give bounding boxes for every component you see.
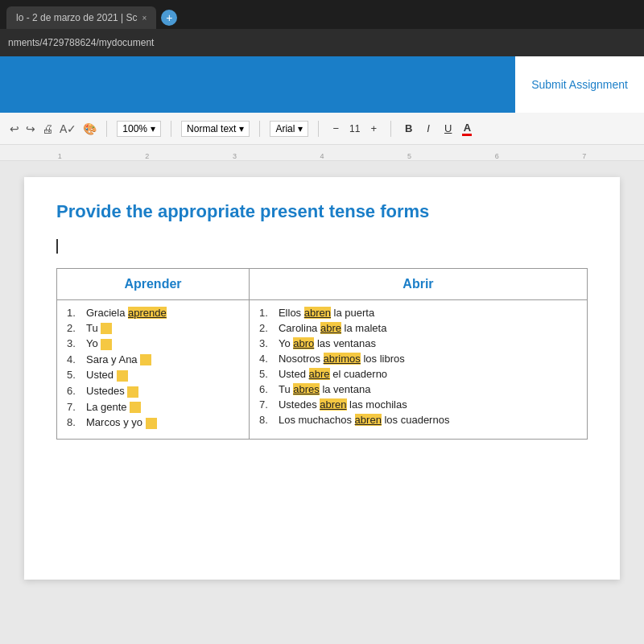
address-bar[interactable]: nments/4729788624/mydocument [8, 37, 154, 48]
new-tab-button[interactable]: + [161, 10, 177, 26]
ruler-mark: 3 [191, 152, 279, 160]
list-item: 2. Tu [67, 322, 239, 335]
plus-icon: + [166, 11, 172, 24]
bold-button[interactable]: B [401, 121, 416, 136]
ruler-mark: 5 [365, 152, 453, 160]
font-select[interactable]: Arial ▾ [270, 121, 308, 137]
zoom-value: 100% [122, 123, 147, 134]
list-item: 8. Los muchachos abren los cuadernos [259, 414, 577, 426]
app-header: Submit Assignment [0, 56, 644, 113]
list-item: 5. Usted [67, 369, 239, 382]
toolbar-separator-5 [390, 121, 391, 137]
cursor-indicator [56, 238, 588, 254]
font-color-label: A [464, 122, 471, 134]
ruler: 1 2 3 4 5 6 7 [0, 145, 644, 161]
aprender-list: 1. Graciela aprende 2. Tu 3. Yo [67, 307, 239, 429]
table-row: 1. Graciela aprende 2. Tu 3. Yo [57, 299, 588, 439]
zoom-dropdown-icon: ▾ [151, 123, 155, 134]
blank-field[interactable] [146, 418, 157, 429]
underline-button[interactable]: U [440, 121, 456, 136]
zoom-select[interactable]: 100% ▾ [117, 121, 161, 137]
list-item: 1. Graciela aprende [67, 307, 239, 319]
font-color-bar [462, 134, 472, 136]
col2-content[interactable]: 1. Ellos abren la puerta 2. Carolina abr… [249, 299, 587, 439]
blank-field[interactable] [140, 354, 151, 365]
font-value: Arial [275, 123, 295, 134]
toolbar-separator-4 [318, 121, 319, 137]
toolbar-separator-2 [171, 121, 171, 137]
toolbar: ↩ ↪ 🖨 A✓ 🎨 100% ▾ Normal text ▾ Arial ▾ … [0, 113, 644, 145]
undo-icon[interactable]: ↩ [10, 122, 19, 135]
font-color-button[interactable]: A [462, 122, 472, 136]
print-icon[interactable]: 🖨 [42, 122, 53, 135]
list-item: 8. Marcos y yo [67, 416, 239, 429]
list-item: 1. Ellos abren la puerta [259, 307, 577, 319]
blank-field[interactable] [101, 323, 112, 334]
highlighted-word: abre [320, 322, 341, 334]
list-item: 6. Ustedes [67, 385, 239, 398]
blank-field[interactable] [130, 402, 141, 413]
list-item: 2. Carolina abre la maleta [259, 322, 577, 334]
highlighted-word: abre [309, 368, 330, 380]
blank-field[interactable] [127, 386, 138, 398]
highlighted-word: abrimos [324, 353, 361, 365]
tab-close-icon[interactable]: × [142, 14, 147, 23]
col1-header: Aprender [57, 268, 250, 299]
highlighted-word: aprende [128, 307, 167, 319]
document-title: Provide the appropriate present tense fo… [56, 201, 588, 222]
browser-tab[interactable]: lo - 2 de marzo de 2021 | Sc × [6, 6, 156, 29]
document-area[interactable]: Provide the appropriate present tense fo… [0, 161, 644, 644]
list-item: 5. Usted abre el cuaderno [259, 368, 577, 380]
highlighted-word: abro [293, 337, 314, 349]
list-item: 6. Tu abres la ventana [259, 383, 577, 395]
verb-table: Aprender Abrir 1. Graciela aprende 2. [56, 268, 588, 440]
blank-field[interactable] [117, 370, 128, 382]
list-item: 7. Ustedes abren las mochilas [259, 398, 577, 411]
highlighted-word: abren [355, 414, 382, 426]
ruler-mark: 6 [453, 152, 541, 160]
ruler-mark: 7 [540, 152, 628, 160]
font-dropdown-icon: ▾ [298, 123, 303, 134]
tab-label: lo - 2 de marzo de 2021 | Sc [16, 12, 138, 23]
submit-assignment-button[interactable]: Submit Assignment [515, 56, 644, 113]
list-item: 7. La gente [67, 401, 239, 414]
style-dropdown-icon: ▾ [239, 123, 244, 134]
font-size-increase-button[interactable]: + [366, 121, 381, 136]
font-size-value: 11 [349, 123, 360, 134]
abrir-list: 1. Ellos abren la puerta 2. Carolina abr… [259, 307, 577, 426]
style-value: Normal text [187, 123, 236, 134]
paint-format-icon[interactable]: 🎨 [83, 122, 97, 135]
highlighted-word: abres [293, 383, 320, 395]
list-item: 3. Yo abro las ventanas [259, 337, 577, 349]
toolbar-separator-3 [259, 121, 260, 137]
highlighted-word: abren [320, 398, 346, 411]
document-page: Provide the appropriate present tense fo… [24, 177, 620, 580]
highlighted-word: abren [304, 307, 331, 319]
italic-button[interactable]: I [423, 121, 434, 136]
list-item: 4. Sara y Ana [67, 353, 239, 366]
blank-field[interactable] [101, 339, 112, 350]
ruler-mark: 4 [279, 152, 366, 160]
font-size-decrease-button[interactable]: − [328, 121, 343, 136]
style-select[interactable]: Normal text ▾ [181, 121, 250, 137]
list-item: 3. Yo [67, 337, 239, 350]
toolbar-separator-1 [106, 121, 107, 137]
col2-header: Abrir [249, 268, 587, 299]
ruler-mark: 2 [104, 152, 192, 160]
col1-content[interactable]: 1. Graciela aprende 2. Tu 3. Yo [57, 299, 250, 439]
redo-icon[interactable]: ↪ [26, 122, 35, 135]
ruler-mark: 1 [16, 152, 104, 160]
spellcheck-icon[interactable]: A✓ [60, 122, 76, 135]
list-item: 4. Nosotros abrimos los libros [259, 353, 577, 365]
